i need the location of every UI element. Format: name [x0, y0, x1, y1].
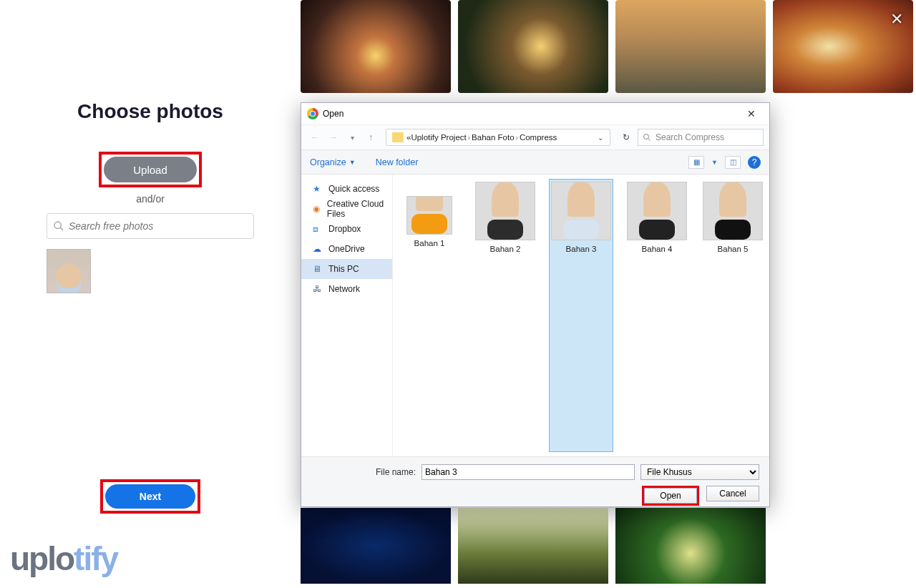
dialog-title: Open — [323, 109, 344, 119]
chrome-icon — [307, 108, 318, 119]
network-icon: 🖧 — [313, 284, 323, 294]
cancel-button[interactable]: Cancel — [706, 486, 759, 501]
next-button[interactable]: Next — [105, 484, 195, 509]
close-icon[interactable]: ✕ — [890, 10, 903, 29]
search-input[interactable] — [69, 220, 248, 232]
gallery-thumb[interactable] — [776, 501, 916, 588]
sidebar-item-network[interactable]: 🖧Network — [301, 279, 392, 299]
dialog-toolbar: Organize▼ New folder ▦ ▼ ◫ ? — [301, 150, 769, 175]
folder-icon — [392, 132, 404, 142]
refresh-icon[interactable]: ↻ — [618, 129, 635, 146]
filename-label: File name: — [376, 467, 416, 477]
upload-button[interactable]: Upload — [104, 157, 197, 182]
svg-line-3 — [648, 139, 651, 141]
new-folder-button[interactable]: New folder — [376, 157, 419, 167]
gallery-thumb[interactable] — [458, 508, 608, 584]
open-highlight: Open — [642, 486, 699, 506]
gallery-thumb[interactable] — [776, 100, 916, 193]
dialog-search-placeholder: Search Compress — [656, 132, 724, 142]
dialog-titlebar: Open ✕ — [301, 103, 769, 124]
star-icon: ★ — [313, 184, 323, 194]
search-box[interactable] — [47, 213, 254, 239]
filename-input[interactable] — [422, 464, 635, 480]
nav-recents-icon[interactable]: ▾ — [344, 129, 360, 145]
dropbox-icon: ⧈ — [313, 224, 323, 234]
filetype-select[interactable]: File Khusus — [640, 464, 759, 480]
nav-back-icon: ← — [307, 129, 323, 145]
sidebar-item-dropbox[interactable]: ⧈Dropbox — [301, 219, 392, 239]
pane-icon: ◫ — [730, 158, 736, 166]
upload-highlight: Upload — [99, 152, 202, 187]
breadcrumb-item[interactable]: Compress — [520, 133, 557, 142]
open-button[interactable]: Open — [644, 488, 697, 504]
breadcrumb[interactable]: « Uplotify Project › Bahan Foto › Compre… — [386, 129, 610, 146]
breadcrumb-item[interactable]: Bahan Foto — [472, 133, 514, 142]
svg-line-1 — [60, 227, 63, 230]
sidebar-item-onedrive[interactable]: ☁OneDrive — [301, 239, 392, 259]
dialog-navbar: ← → ▾ ↑ « Uplotify Project › Bahan Foto … — [301, 124, 769, 150]
file-item[interactable]: Bahan 3 — [549, 179, 613, 452]
sidebar-item-creative-cloud[interactable]: ◉Creative Cloud Files — [301, 199, 392, 219]
files-area: Bahan 1 Bahan 2 Bahan 3 Bahan 4 Bahan 5 — [393, 175, 769, 456]
brand-logo: uplotify — [10, 539, 117, 578]
left-panel: Choose photos Upload and/or Next uplotif… — [0, 0, 301, 588]
sidebar-item-this-pc[interactable]: 🖥This PC — [301, 259, 392, 279]
chevron-right-icon: › — [516, 134, 518, 142]
svg-point-2 — [644, 134, 649, 139]
gallery-thumb[interactable] — [615, 0, 766, 93]
search-icon — [53, 220, 64, 232]
svg-point-0 — [54, 222, 61, 228]
next-highlight: Next — [100, 479, 200, 514]
tiles-icon: ▦ — [693, 158, 700, 166]
nav-up-icon[interactable]: ↑ — [363, 129, 379, 145]
file-item[interactable]: Bahan 1 — [397, 179, 462, 452]
view-mode-button[interactable]: ▦ — [688, 156, 704, 169]
pc-icon: 🖥 — [313, 264, 323, 274]
selected-thumbnail[interactable] — [47, 249, 91, 293]
organize-button[interactable]: Organize▼ — [310, 157, 356, 167]
chevron-right-icon: › — [468, 134, 470, 142]
gallery-thumb[interactable] — [301, 0, 451, 93]
search-icon — [643, 133, 651, 142]
dialog-search-box[interactable]: Search Compress — [638, 129, 764, 146]
gallery-thumb[interactable] — [301, 508, 451, 584]
file-open-dialog: Open ✕ ← → ▾ ↑ « Uplotify Project › Baha… — [301, 102, 770, 507]
onedrive-icon: ☁ — [313, 244, 323, 254]
help-button[interactable]: ? — [748, 156, 761, 169]
page-title: Choose photos — [0, 100, 301, 123]
cloud-icon: ◉ — [313, 204, 321, 214]
gallery-thumb[interactable] — [776, 300, 916, 393]
dialog-close-button[interactable]: ✕ — [739, 103, 764, 124]
breadcrumb-dropdown-icon[interactable]: ⌄ — [594, 134, 607, 142]
and-or-text: and/or — [0, 193, 301, 205]
chevron-down-icon[interactable]: ▼ — [711, 159, 718, 166]
sidebar-item-quick-access[interactable]: ★Quick access — [301, 179, 392, 199]
nav-forward-icon: → — [326, 129, 341, 145]
breadcrumb-item[interactable]: Uplotify Project — [411, 133, 466, 142]
file-item[interactable]: Bahan 2 — [473, 179, 537, 452]
gallery-thumb[interactable] — [776, 200, 916, 293]
gallery-thumb[interactable] — [458, 0, 608, 93]
chevron-down-icon: ▼ — [349, 159, 356, 166]
gallery-thumb[interactable] — [615, 508, 766, 584]
dialog-footer: File name: File Khusus Open Cancel — [301, 456, 769, 506]
gallery-thumb[interactable] — [776, 401, 916, 494]
preview-pane-button[interactable]: ◫ — [725, 156, 741, 169]
file-item[interactable]: Bahan 4 — [625, 179, 689, 452]
dialog-sidebar: ★Quick access ◉Creative Cloud Files ⧈Dro… — [301, 175, 393, 456]
file-item[interactable]: Bahan 5 — [701, 179, 765, 452]
